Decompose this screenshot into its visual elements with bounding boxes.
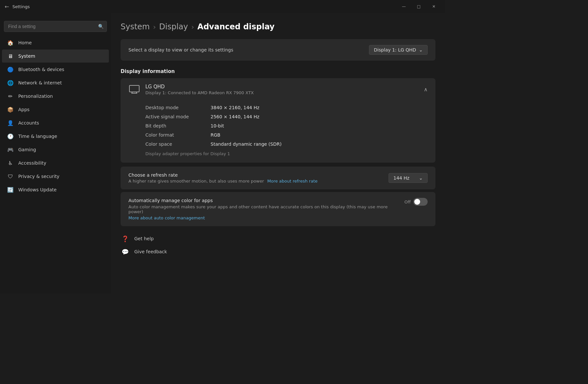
display-details: Desktop mode 3840 × 2160, 144 Hz Active … xyxy=(121,100,435,163)
breadcrumb-system[interactable]: System xyxy=(121,22,150,31)
detail-row-3: Color format RGB xyxy=(145,130,428,140)
display-selector-label: Select a display to view or change its s… xyxy=(128,47,233,52)
display-selector-card: Select a display to view or change its s… xyxy=(121,39,435,61)
app-title: Settings xyxy=(12,4,396,9)
display-name: LG QHD xyxy=(145,84,254,90)
auto-color-link[interactable]: More about auto color management xyxy=(128,215,404,220)
bottom-link-get-help[interactable]: ❓ Get help xyxy=(121,234,435,243)
nav-list: 🏠 Home 🖥 System 🔵 Bluetooth & devices 🌐 … xyxy=(0,36,111,197)
detail-value-2: 10-bit xyxy=(211,123,224,128)
display-info-header-left: LG QHD Display 1: Connected to AMD Radeo… xyxy=(128,83,254,95)
refresh-rate-chevron: ⌄ xyxy=(419,175,423,181)
back-button[interactable]: ← xyxy=(4,4,10,9)
auto-color-top: Automatically manage color for apps Auto… xyxy=(128,198,428,220)
display-dropdown-chevron: ⌄ xyxy=(419,47,423,52)
auto-color-toggle-label: Off xyxy=(404,199,411,204)
window-controls: — □ ✕ xyxy=(396,1,441,12)
display-info-card: LG QHD Display 1: Connected to AMD Radeo… xyxy=(121,78,435,163)
detail-value-3: RGB xyxy=(211,132,220,138)
display-info-toggle[interactable]: LG QHD Display 1: Connected to AMD Radeo… xyxy=(121,78,435,100)
bottom-link-label-get-help: Get help xyxy=(134,236,154,241)
detail-row-1: Active signal mode 2560 × 1440, 144 Hz xyxy=(145,112,428,121)
nav-icon-apps: 📦 xyxy=(7,106,14,113)
sidebar-item-privacy[interactable]: 🛡 Privacy & security xyxy=(2,170,109,183)
detail-label-3: Color format xyxy=(145,132,211,138)
nav-icon-gaming: 🎮 xyxy=(7,146,14,153)
search-container: 🔍 xyxy=(4,21,107,32)
sidebar-item-windows-update[interactable]: 🔄 Windows Update xyxy=(2,183,109,196)
nav-label-bluetooth: Bluetooth & devices xyxy=(18,67,64,72)
svg-rect-0 xyxy=(129,85,139,92)
bottom-link-icon-get-help: ❓ xyxy=(121,234,130,243)
nav-label-accessibility: Accessibility xyxy=(18,160,46,166)
minimize-button[interactable]: — xyxy=(396,1,411,12)
bottom-link-give-feedback[interactable]: 💬 Give feedback xyxy=(121,247,435,256)
refresh-rate-desc: A higher rate gives smoother motion, but… xyxy=(128,179,389,184)
nav-icon-home: 🏠 xyxy=(7,39,14,46)
auto-color-desc: Auto color management makes sure your ap… xyxy=(128,204,396,214)
nav-label-home: Home xyxy=(18,40,32,45)
nav-icon-time: 🕐 xyxy=(7,133,14,140)
breadcrumb-current: Advanced display xyxy=(198,22,275,31)
refresh-rate-dropdown[interactable]: 144 Hz ⌄ xyxy=(389,173,428,183)
detail-row-2: Bit depth 10-bit xyxy=(145,121,428,130)
search-icon: 🔍 xyxy=(98,24,104,29)
sidebar-item-network[interactable]: 🌐 Network & internet xyxy=(2,76,109,89)
search-input[interactable] xyxy=(4,21,107,32)
detail-value-1: 2560 × 1440, 144 Hz xyxy=(211,114,259,119)
nav-label-time: Time & language xyxy=(18,134,57,139)
toggle-knob xyxy=(414,199,420,205)
display-dropdown[interactable]: Display 1: LG QHD ⌄ xyxy=(369,45,428,55)
auto-color-toggle[interactable] xyxy=(413,198,428,206)
sidebar-item-system[interactable]: 🖥 System xyxy=(2,50,109,63)
refresh-rate-card: Choose a refresh rate A higher rate give… xyxy=(121,167,435,189)
refresh-rate-title: Choose a refresh rate xyxy=(128,172,389,178)
nav-icon-accessibility: ♿ xyxy=(7,160,14,166)
monitor-icon xyxy=(128,83,140,95)
bottom-link-label-give-feedback: Give feedback xyxy=(134,249,167,254)
main-content: System › Display › Advanced display Sele… xyxy=(111,13,445,293)
close-button[interactable]: ✕ xyxy=(426,1,441,12)
auto-color-title: Automatically manage color for apps xyxy=(128,198,404,203)
bottom-link-icon-give-feedback: 💬 xyxy=(121,247,130,256)
nav-label-personalization: Personalization xyxy=(18,94,53,99)
nav-label-windows-update: Windows Update xyxy=(18,187,57,192)
detail-label-2: Bit depth xyxy=(145,123,211,128)
nav-label-apps: Apps xyxy=(18,107,30,112)
refresh-rate-link[interactable]: More about refresh rate xyxy=(267,179,317,184)
detail-rows: Desktop mode 3840 × 2160, 144 Hz Active … xyxy=(145,103,428,149)
sidebar-item-gaming[interactable]: 🎮 Gaming xyxy=(2,143,109,156)
sidebar-item-time[interactable]: 🕐 Time & language xyxy=(2,130,109,143)
sidebar-item-bluetooth[interactable]: 🔵 Bluetooth & devices xyxy=(2,63,109,76)
detail-label-1: Active signal mode xyxy=(145,114,211,119)
nav-icon-bluetooth: 🔵 xyxy=(7,66,14,73)
nav-icon-network: 🌐 xyxy=(7,80,14,86)
breadcrumb-sep1: › xyxy=(153,23,156,31)
breadcrumb-sep2: › xyxy=(191,23,194,31)
breadcrumb-display[interactable]: Display xyxy=(159,22,188,31)
refresh-rate-left: Choose a refresh rate A higher rate give… xyxy=(128,172,389,184)
nav-icon-privacy: 🛡 xyxy=(7,173,14,180)
sidebar-item-accessibility[interactable]: ♿ Accessibility xyxy=(2,156,109,170)
detail-row-4: Color space Standard dynamic range (SDR) xyxy=(145,140,428,149)
display-info-chevron: ∧ xyxy=(424,86,428,93)
nav-icon-accounts: 👤 xyxy=(7,120,14,126)
bottom-links: ❓ Get help 💬 Give feedback xyxy=(121,234,435,256)
sidebar-item-apps[interactable]: 📦 Apps xyxy=(2,103,109,116)
app-container: 🔍 🏠 Home 🖥 System 🔵 Bluetooth & devices … xyxy=(0,13,445,293)
nav-label-system: System xyxy=(18,53,35,59)
nav-label-privacy: Privacy & security xyxy=(18,174,59,179)
adapter-link[interactable]: Display adapter properties for Display 1 xyxy=(145,151,428,156)
nav-icon-system: 🖥 xyxy=(7,53,14,59)
sidebar-item-home[interactable]: 🏠 Home xyxy=(2,36,109,49)
sidebar-item-accounts[interactable]: 👤 Accounts xyxy=(2,116,109,129)
maximize-button[interactable]: □ xyxy=(411,1,426,12)
auto-color-left: Automatically manage color for apps Auto… xyxy=(128,198,404,220)
nav-icon-windows-update: 🔄 xyxy=(7,186,14,193)
sidebar-item-personalization[interactable]: ✏️ Personalization xyxy=(2,90,109,103)
detail-label-0: Desktop mode xyxy=(145,105,211,110)
nav-label-accounts: Accounts xyxy=(18,120,39,126)
detail-value-0: 3840 × 2160, 144 Hz xyxy=(211,105,259,110)
display-subtitle: Display 1: Connected to AMD Radeon RX 79… xyxy=(145,90,254,95)
nav-label-network: Network & internet xyxy=(18,80,62,85)
